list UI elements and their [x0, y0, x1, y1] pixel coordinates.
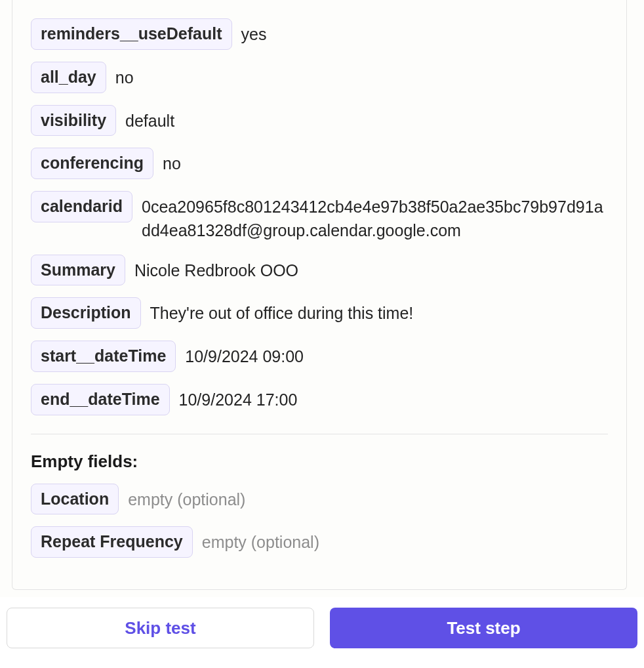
field-value: no: [163, 148, 181, 175]
content-scroll[interactable]: reminders__useDefault yes all_day no vis…: [0, 0, 644, 597]
field-calendarid: calendarid 0cea20965f8c801243412cb4e4e97…: [31, 191, 608, 243]
field-value: 0cea20965f8c801243412cb4e4e97b38f50a2ae3…: [142, 191, 608, 243]
field-value: default: [125, 105, 174, 133]
field-all-day: all_day no: [31, 62, 608, 93]
field-description: Description They're out of office during…: [31, 297, 608, 329]
field-end-datetime: end__dateTime 10/9/2024 17:00: [31, 384, 608, 415]
field-start-datetime: start__dateTime 10/9/2024 09:00: [31, 341, 608, 372]
field-location: Location empty (optional): [31, 484, 608, 515]
step-details-card: reminders__useDefault yes all_day no vis…: [12, 0, 627, 590]
field-conferencing: conferencing no: [31, 148, 608, 179]
field-label: conferencing: [31, 148, 153, 179]
field-repeat-frequency: Repeat Frequency empty (optional): [31, 526, 608, 558]
field-value: 10/9/2024 17:00: [179, 384, 298, 411]
field-label: all_day: [31, 62, 106, 93]
field-value: They're out of office during this time!: [150, 297, 414, 325]
test-step-button[interactable]: Test step: [330, 608, 637, 648]
field-reminders-usedefault: reminders__useDefault yes: [31, 18, 608, 50]
field-value: empty (optional): [128, 484, 245, 511]
field-label: visibility: [31, 105, 116, 136]
field-label: Location: [31, 484, 119, 515]
field-value: 10/9/2024 09:00: [185, 341, 304, 368]
skip-test-button[interactable]: Skip test: [7, 608, 314, 648]
field-label: Description: [31, 297, 141, 329]
field-label: reminders__useDefault: [31, 18, 232, 50]
field-label: Repeat Frequency: [31, 526, 193, 558]
field-label: end__dateTime: [31, 384, 170, 415]
field-value: Nicole Redbrook OOO: [134, 255, 298, 282]
empty-fields-heading: Empty fields:: [31, 451, 608, 472]
field-summary: Summary Nicole Redbrook OOO: [31, 255, 608, 286]
footer-bar: Skip test Test step: [0, 597, 644, 668]
field-value: yes: [241, 18, 267, 46]
field-label: Summary: [31, 255, 125, 286]
field-label: calendarid: [31, 191, 132, 222]
field-value: no: [115, 62, 134, 89]
field-value: empty (optional): [202, 526, 319, 554]
field-label: start__dateTime: [31, 341, 176, 372]
section-divider: [31, 434, 608, 434]
field-visibility: visibility default: [31, 105, 608, 136]
